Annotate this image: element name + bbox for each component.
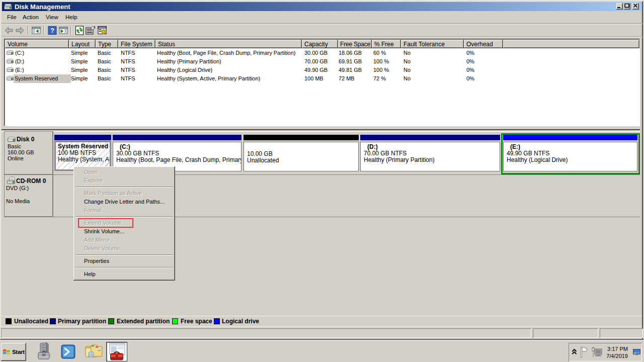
svg-text:?: ? [50, 27, 54, 34]
